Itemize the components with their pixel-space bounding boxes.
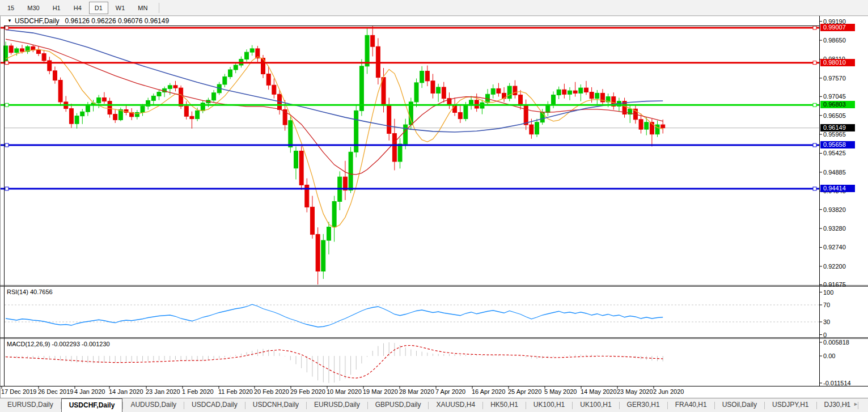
symbol-tab-usdjpy-h1[interactable]: USDJPY,H1 [765,398,816,412]
date-label: 4 Jan 2020 [74,388,105,395]
date-label: 10 Mar 2020 [327,388,362,395]
date-label: 2 Jun 2020 [653,388,684,395]
date-label: 11 Feb 2020 [218,388,253,395]
symbol-tab-fra40-h1[interactable]: FRA40,H1 [668,398,714,412]
timeframe-button-m30[interactable]: M30 [22,2,45,14]
rsi-indicator-label: RSI(14) 40.7656 [7,288,53,295]
price-tick-label: 0.98650 [823,37,846,44]
macd-tick-label: 0.00 [823,352,835,359]
price-tick-label: 0.94885 [823,169,846,176]
symbol-tab-gbpusd-daily[interactable]: GBPUSD,Daily [368,398,429,412]
symbol-tab-eurusd-daily[interactable]: EURUSD,Daily [0,398,61,412]
rsi-tick-label: 70 [823,301,830,308]
date-label: 29 Feb 2020 [290,388,325,395]
symbol-tab-audusd-daily[interactable]: AUDUSD,Daily [123,398,184,412]
rsi-tick-label: 30 [823,318,830,325]
price-tick-label: 0.96505 [823,112,846,119]
macd-tick-label: 0.005818 [823,339,849,346]
rsi-tick-label: 0 [823,332,827,338]
date-label: 20 Feb 2020 [254,388,289,395]
macd-tick-label: -0.011514 [823,380,851,386]
date-label: 7 Apr 2020 [435,388,465,395]
price-tick-label: 0.95965 [823,131,846,138]
date-label: 5 May 2020 [544,388,577,395]
timeframe-button-h1[interactable]: H1 [47,2,66,14]
date-label: 25 Apr 2020 [508,388,541,395]
price-tick-label: 0.93280 [823,225,846,232]
symbol-tab-usdcnh-daily[interactable]: USDCNH,Daily [245,398,306,412]
chart-canvas[interactable] [0,0,868,412]
timeframe-button-15[interactable]: 15 [2,2,20,14]
macd-indicator-label: MACD(12,26,9) -0.002293 -0.001230 [7,341,110,347]
price-tick-label: 0.92200 [823,263,846,270]
date-label: 1 Feb 2020 [182,388,214,395]
symbol-tab-usdchf-daily[interactable]: USDCHF,Daily [61,398,123,412]
price-line-badge: 0.95658 [820,141,855,148]
tab-scroll-arrows: ◄► [843,401,863,407]
price-tick-label: 0.93820 [823,206,846,213]
symbol-tab-hk50-h1[interactable]: HK50,H1 [483,398,526,412]
price-tick-label: 0.95425 [823,150,846,156]
tab-scroll-left-icon[interactable]: ◄ [843,401,853,407]
symbol-tab-xauusd-h4[interactable]: XAUUSD,H4 [429,398,482,412]
symbol-tab-uk100-h1[interactable]: UK100,H1 [526,398,572,412]
rsi-tick-label: 100 [823,289,833,296]
chart-symbol-label: USDCHF,Daily [15,17,60,25]
symbol-tab-ger30-h1[interactable]: GER30,H1 [620,398,667,412]
date-label: 14 Jan 2020 [109,388,143,395]
date-label: 28 Mar 2020 [399,388,434,395]
timeframe-toolbar: 15M30H1H4D1W1MN [0,0,868,16]
date-label: 23 May 2020 [617,388,653,395]
price-tick-label: 0.97045 [823,93,846,100]
price-line-badge: 0.96803 [820,101,855,108]
price-tick-label: 0.91675 [823,281,846,288]
tab-scroll-right-icon[interactable]: ► [853,401,863,407]
date-label: 16 Apr 2020 [472,388,505,395]
symbol-tab-usoil-daily[interactable]: USOil,Daily [715,398,764,412]
timeframe-button-h4[interactable]: H4 [68,2,87,14]
symbol-tabbar: EURUSD,DailyUSDCHF,DailyAUDUSD,DailyUSDC… [0,398,868,412]
symbol-tab-usdcad-daily[interactable]: USDCAD,Daily [184,398,245,412]
price-tick-label: 0.92740 [823,244,846,250]
timeframe-button-d1[interactable]: D1 [89,2,108,14]
timeframe-button-mn[interactable]: MN [132,2,153,14]
price-line-badge: 0.99007 [820,24,855,31]
chart-title: ▼USDCHF,Daily0.96126 0.96226 0.96076 0.9… [7,17,169,25]
chart-ohlc-values: 0.96126 0.96226 0.96076 0.96149 [65,17,170,25]
date-label: 23 Jan 2020 [146,388,180,395]
date-label: 17 Dec 2019 [1,388,36,395]
price-line-badge: 0.94414 [820,185,855,192]
symbol-tab-uk100-h1[interactable]: UK100,H1 [573,398,619,412]
date-label: 26 Dec 2019 [38,388,73,395]
toolbar-separator [159,3,159,13]
price-line-badge: 0.98010 [820,59,855,66]
timeframe-button-w1[interactable]: W1 [110,2,131,14]
date-label: 19 Mar 2020 [363,388,398,395]
date-label: 14 May 2020 [581,388,617,395]
current-price-badge: 0.96149 [820,124,855,131]
price-tick-label: 0.97570 [823,75,846,82]
symbol-tab-eurusd-daily[interactable]: EURUSD,Daily [307,398,367,412]
chevron-down-icon[interactable]: ▼ [7,18,12,23]
